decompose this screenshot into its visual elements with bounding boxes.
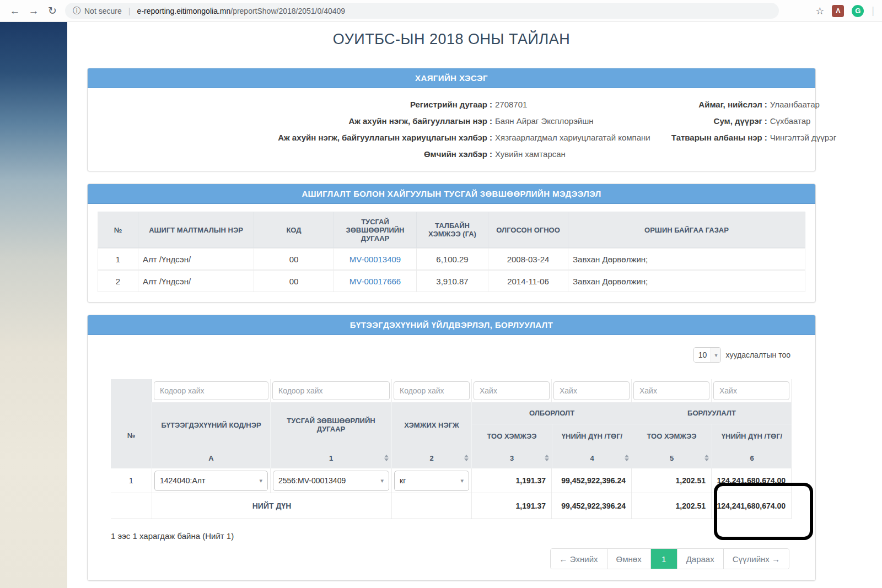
col-area: ТАЛБАЙН ХЭМЖЭЭ (ГА) bbox=[417, 212, 488, 248]
url-host: e-reporting.eitimongolia.mn bbox=[137, 7, 231, 15]
sales-value-value: 124,241,680,674.00 bbox=[712, 468, 792, 493]
total-mining-qty: 1,191.37 bbox=[472, 493, 552, 519]
filter-product-input[interactable] bbox=[154, 381, 268, 400]
field-tax-office: Татварын албаны нэр: Чингэлтэй дүүрэг bbox=[650, 129, 882, 145]
unit-select[interactable]: кг ▾ bbox=[394, 471, 469, 491]
header-unit[interactable]: ХЭМЖИХ НЭГЖ 2 bbox=[392, 402, 472, 468]
mining-qty-value: 1,191.37 bbox=[472, 468, 552, 493]
page-size-value: 10 bbox=[694, 348, 711, 362]
filter-unit-input[interactable] bbox=[394, 381, 470, 400]
sales-qty-value: 1,202.51 bbox=[632, 468, 712, 493]
filter-row bbox=[111, 379, 792, 402]
chevron-down-icon: ▾ bbox=[460, 477, 464, 484]
header-group-mining: ОЛБОРЛОЛТ ТОО ХЭМЖЭЭ 3 ҮНИЙН ДҮН /ТӨГ/ 4 bbox=[472, 402, 632, 468]
sort-icon[interactable] bbox=[384, 455, 389, 461]
sort-icon[interactable] bbox=[545, 455, 549, 461]
product-select[interactable]: 1424040:Алт ▾ bbox=[154, 471, 268, 491]
address-bar[interactable]: ⓘ Not secure | e-reporting.eitimongolia.… bbox=[65, 3, 779, 19]
pagination-first-button[interactable]: ← Эхнийх bbox=[551, 549, 607, 569]
pagination: ← Эхнийх Өмнөх 1 Дараах Сүүлийнх → bbox=[550, 548, 789, 569]
filter-sales-value-input[interactable] bbox=[713, 381, 789, 400]
table-info-text: 1 ээс 1 харагдаж байна (Нийт 1) bbox=[111, 531, 815, 541]
url-path: /preportShow/2018/2051/0/40409 bbox=[230, 7, 345, 15]
col-code: КОД bbox=[254, 212, 334, 248]
col-location: ОРШИН БАЙГАА ГАЗАР bbox=[568, 212, 805, 248]
header-mining-qty[interactable]: ТОО ХЭМЖЭЭ 3 bbox=[472, 424, 552, 468]
sort-icon[interactable] bbox=[464, 455, 469, 461]
header-group-sales: БОРЛУУЛАЛТ ТОО ХЭМЖЭЭ 5 ҮНИЙН ДҮН /ТӨГ/ … bbox=[632, 402, 792, 468]
license-table: № АШИГТ МАЛТМАЛЫН НЭР КОД ТУСГАЙ ЗӨВШӨӨР… bbox=[98, 212, 805, 292]
production-section-panel: БҮТЭЭГДЭХҮҮНИЙ ҮЙЛДВЭРЛЭЛ, БОРЛУУЛАЛТ 10… bbox=[87, 315, 816, 581]
production-table-header: № БҮТЭЭГДЭХҮҮНИЙ КОД/НЭР A ТУСГАЙ ЗӨВШӨӨ… bbox=[111, 402, 792, 468]
pagination-last-button[interactable]: Сүүлийнх → bbox=[724, 549, 789, 569]
total-label-cell: НИЙТ ДҮН bbox=[152, 493, 392, 519]
license-table-row: 2 Алт /Үндсэн/ 00 MV-00017666 3,910.87 2… bbox=[98, 270, 805, 292]
sort-icon[interactable] bbox=[625, 455, 629, 461]
page-info-icon[interactable]: ⓘ bbox=[73, 6, 80, 16]
col-license: ТУСГАЙ ЗӨВШӨӨРЛИЙН ДУГААР bbox=[334, 212, 417, 248]
field-district: Сум, дүүрэг: Сүхбаатар bbox=[650, 112, 882, 129]
mining-value-value: 99,452,922,396.24 bbox=[552, 468, 632, 493]
address-left-column: Регистрийн дугаар: 2708701 Аж ахуйн нэгж… bbox=[88, 96, 650, 162]
forward-icon[interactable]: → bbox=[24, 5, 43, 17]
filter-mining-value-input[interactable] bbox=[553, 381, 630, 400]
total-sales-value: 124,241,680,674.00 bbox=[712, 493, 792, 519]
bookmark-star-icon[interactable]: ☆ bbox=[815, 5, 824, 17]
page-background-gradient bbox=[0, 22, 67, 588]
row-no: 1 bbox=[111, 468, 152, 493]
address-section-header: ХАЯГИЙН ХЭСЭГ bbox=[88, 68, 815, 88]
header-product[interactable]: БҮТЭЭГДЭХҮҮНИЙ КОД/НЭР A bbox=[152, 402, 271, 468]
col-no: № bbox=[98, 212, 138, 248]
sort-icon[interactable] bbox=[704, 455, 709, 461]
field-register-number: Регистрийн дугаар: 2708701 bbox=[88, 96, 650, 112]
page-title: ОУИТБС-ЫН 2018 ОНЫ ТАЙЛАН bbox=[87, 31, 816, 48]
filter-no-cell bbox=[111, 379, 152, 402]
license-link[interactable]: MV-00017666 bbox=[349, 277, 401, 286]
page-size-label: хуудаслалтын тоо bbox=[725, 350, 790, 359]
field-entity-name: Аж ахуйн нэгж, байгууллагын нэр: Баян Ай… bbox=[88, 112, 650, 129]
filter-sales-qty-input[interactable] bbox=[633, 381, 709, 400]
field-province: Аймаг, нийслэл: Улаанбаатар bbox=[650, 96, 882, 112]
license-table-row: 1 Алт /Үндсэн/ 00 MV-00013409 6,100.29 2… bbox=[98, 248, 805, 270]
license-link[interactable]: MV-00013409 bbox=[349, 255, 401, 264]
production-total-row: НИЙТ ДҮН 1,191.37 99,452,922,396.24 1,20… bbox=[111, 493, 792, 519]
header-license[interactable]: ТУСГАЙ ЗӨВШӨӨРЛИЙН ДУГААР 1 bbox=[271, 402, 392, 468]
license-section-panel: АШИГЛАЛТ БОЛОН ХАЙГУУЛЫН ТУСГАЙ ЗӨВШӨӨРЛ… bbox=[87, 184, 816, 303]
col-date: ОЛГОСОН ОГНОО bbox=[488, 212, 568, 248]
page-size-select[interactable]: 10 ▾ bbox=[693, 347, 721, 363]
production-section-header: БҮТЭЭГДЭХҮҮНИЙ ҮЙЛДВЭРЛЭЛ, БОРЛУУЛАЛТ bbox=[88, 315, 815, 335]
field-ownership-type: Өмчийн хэлбэр: Хувийн хамтарсан bbox=[88, 145, 650, 162]
header-sales-qty[interactable]: ТОО ХЭМЖЭЭ 5 bbox=[632, 424, 712, 468]
url-separator: | bbox=[128, 6, 131, 15]
adobe-acrobat-extension-icon[interactable]: Λ bbox=[832, 5, 844, 17]
license-section-header: АШИГЛАЛТ БОЛОН ХАЙГУУЛЫН ТУСГАЙ ЗӨВШӨӨРЛ… bbox=[88, 184, 815, 204]
report-page: ОУИТБС-ЫН 2018 ОНЫ ТАЙЛАН ХАЯГИЙН ХЭСЭГ … bbox=[67, 22, 882, 588]
security-label: Not secure bbox=[84, 7, 122, 15]
grammarly-extension-icon[interactable]: G bbox=[852, 5, 864, 17]
filter-mining-qty-input[interactable] bbox=[474, 381, 550, 400]
address-section-panel: ХАЯГИЙН ХЭСЭГ Регистрийн дугаар: 2708701… bbox=[87, 68, 816, 171]
reload-icon[interactable]: ↻ bbox=[43, 4, 62, 17]
production-table: № БҮТЭЭГДЭХҮҮНИЙ КОД/НЭР A ТУСГАЙ ЗӨВШӨӨ… bbox=[111, 379, 792, 519]
filter-license-input[interactable] bbox=[272, 381, 390, 400]
address-right-column: Аймаг, нийслэл: Улаанбаатар Сум, дүүрэг:… bbox=[650, 96, 882, 162]
pagination-next-button[interactable]: Дараах bbox=[677, 549, 724, 569]
chevron-down-icon: ▾ bbox=[380, 477, 384, 484]
total-sales-qty: 1,202.51 bbox=[632, 493, 712, 519]
browser-toolbar: ← → ↻ ⓘ Not secure | e-reporting.eitimon… bbox=[0, 0, 882, 22]
field-liability-type: Аж ахуйн нэгж, байгууллагын хариуцлагын … bbox=[88, 129, 650, 145]
license-table-header-row: № АШИГТ МАЛТМАЛЫН НЭР КОД ТУСГАЙ ЗӨВШӨӨР… bbox=[98, 212, 805, 248]
license-select[interactable]: 2556:MV-00013409 ▾ bbox=[273, 471, 389, 491]
toolbar-separator: | bbox=[872, 5, 874, 17]
chevron-down-icon: ▾ bbox=[711, 348, 720, 362]
pagination-page-1-button[interactable]: 1 bbox=[651, 549, 677, 569]
col-mineral: АШИГТ МАЛТМАЛЫН НЭР bbox=[138, 212, 254, 248]
pagination-prev-button[interactable]: Өмнөх bbox=[607, 549, 651, 569]
chevron-down-icon: ▾ bbox=[259, 477, 262, 484]
production-data-row: 1 1424040:Алт ▾ 2556:MV-00013409 ▾ bbox=[111, 468, 792, 493]
header-no: № bbox=[111, 402, 152, 468]
total-mining-value: 99,452,922,396.24 bbox=[552, 493, 632, 519]
header-sales-value[interactable]: ҮНИЙН ДҮН /ТӨГ/ 6 bbox=[712, 424, 792, 468]
back-icon[interactable]: ← bbox=[6, 5, 24, 17]
header-mining-value[interactable]: ҮНИЙН ДҮН /ТӨГ/ 4 bbox=[552, 424, 632, 468]
